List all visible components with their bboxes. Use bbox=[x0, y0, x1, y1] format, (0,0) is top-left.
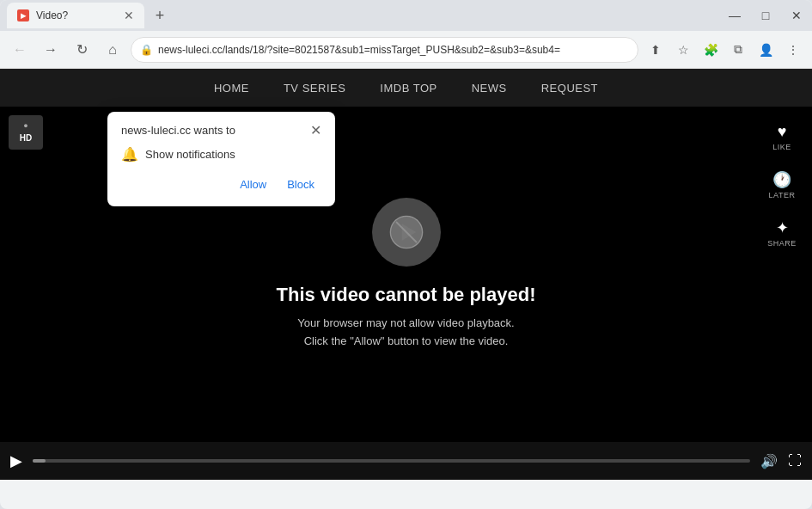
nav-right-buttons: ⬆ ☆ 🧩 ⧉ 👤 ⋮ bbox=[644, 38, 805, 62]
later-button[interactable]: 🕐 LATER bbox=[760, 163, 803, 206]
extensions-button[interactable]: 🧩 bbox=[699, 38, 723, 62]
tab-title: Video? bbox=[36, 9, 117, 21]
volume-button[interactable]: 🔊 bbox=[760, 453, 778, 469]
like-button[interactable]: ♥ LIKE bbox=[760, 115, 803, 158]
like-icon: ♥ bbox=[778, 123, 787, 141]
new-tab-button[interactable]: + bbox=[148, 3, 172, 28]
forward-button[interactable]: → bbox=[38, 37, 64, 63]
fullscreen-button[interactable]: ⛶ bbox=[788, 453, 802, 469]
website-content: HOME TV SERIES IMDB TOP NEWS REQUEST ed … bbox=[0, 69, 812, 509]
popup-title: news-luleci.cc wants to bbox=[121, 124, 235, 137]
share-video-button[interactable]: ✦ SHARE bbox=[760, 212, 803, 254]
site-nav-news[interactable]: NEWS bbox=[472, 82, 507, 95]
back-button[interactable]: ← bbox=[7, 37, 33, 63]
video-error-line2: Click the "Allow" button to view the vid… bbox=[297, 333, 514, 351]
popup-header: news-luleci.cc wants to ✕ bbox=[121, 124, 321, 138]
title-bar: ▶ Video? ✕ + — □ ✕ bbox=[0, 0, 812, 31]
popup-notification-text: Show notifications bbox=[145, 148, 235, 161]
popup-action-buttons: Allow Block bbox=[121, 175, 321, 194]
address-bar[interactable]: 🔒 news-luleci.cc/lands/18/?site=8021587&… bbox=[131, 37, 638, 63]
progress-bar[interactable] bbox=[33, 459, 750, 463]
video-action-buttons: ♥ LIKE 🕐 LATER ✦ SHARE bbox=[760, 115, 803, 254]
address-lock-icon: 🔒 bbox=[140, 44, 153, 56]
site-nav-request[interactable]: REQUEST bbox=[541, 82, 598, 95]
split-view-button[interactable]: ⧉ bbox=[726, 38, 750, 62]
menu-button[interactable]: ⋮ bbox=[781, 38, 805, 62]
like-label: LIKE bbox=[772, 143, 791, 151]
title-bar-controls: — □ ✕ bbox=[726, 9, 805, 22]
video-controls-bar: ▶ 🔊 ⛶ bbox=[0, 442, 812, 480]
reload-button[interactable]: ↻ bbox=[69, 37, 95, 63]
title-bar-left: ▶ Video? ✕ + bbox=[7, 3, 172, 28]
later-label: LATER bbox=[769, 191, 796, 199]
home-button[interactable]: ⌂ bbox=[100, 37, 125, 63]
notification-permission-popup: news-luleci.cc wants to ✕ 🔔 Show notific… bbox=[107, 112, 335, 206]
site-nav-home[interactable]: HOME bbox=[214, 82, 249, 95]
allow-button[interactable]: Allow bbox=[233, 175, 273, 194]
share-button[interactable]: ⬆ bbox=[644, 38, 668, 62]
window-close-button[interactable]: ✕ bbox=[788, 9, 805, 22]
share-video-icon: ✦ bbox=[776, 218, 789, 237]
block-button[interactable]: Block bbox=[280, 175, 321, 194]
account-button[interactable]: 👤 bbox=[754, 38, 778, 62]
popup-notification-row: 🔔 Show notifications bbox=[121, 146, 321, 163]
hd-badge: HD bbox=[16, 132, 35, 144]
address-text: news-luleci.cc/lands/18/?site=8021587&su… bbox=[158, 44, 629, 56]
popup-close-button[interactable]: ✕ bbox=[310, 124, 321, 138]
share-video-label: SHARE bbox=[767, 239, 797, 248]
tab-favicon: ▶ bbox=[17, 9, 29, 21]
later-icon: 🕐 bbox=[772, 170, 791, 189]
site-nav-tv-series[interactable]: TV SERIES bbox=[284, 82, 345, 95]
video-error-title: This video cannot be played! bbox=[277, 284, 536, 306]
video-error-line1: Your browser may not allow video playbac… bbox=[297, 315, 514, 333]
video-error-description: Your browser may not allow video playbac… bbox=[297, 315, 514, 351]
nav-bar: ← → ↻ ⌂ 🔒 news-luleci.cc/lands/18/?site=… bbox=[0, 31, 812, 69]
site-nav-imdb-top[interactable]: IMDB TOP bbox=[380, 82, 437, 95]
hd-badge-area: ● HD bbox=[9, 115, 43, 150]
play-placeholder-icon bbox=[372, 198, 441, 267]
play-button[interactable]: ▶ bbox=[10, 451, 22, 470]
progress-filled bbox=[33, 459, 46, 463]
site-navigation: HOME TV SERIES IMDB TOP NEWS REQUEST bbox=[0, 69, 812, 107]
browser-tab[interactable]: ▶ Video? ✕ bbox=[7, 3, 144, 28]
window-minimize-button[interactable]: — bbox=[726, 9, 743, 22]
bell-icon: 🔔 bbox=[121, 146, 138, 163]
tab-close-button[interactable]: ✕ bbox=[124, 9, 134, 21]
bookmark-button[interactable]: ☆ bbox=[671, 38, 695, 62]
window-maximize-button[interactable]: □ bbox=[757, 9, 774, 22]
browser-window: ▶ Video? ✕ + — □ ✕ ← → ↻ ⌂ 🔒 news-lul bbox=[0, 0, 812, 509]
